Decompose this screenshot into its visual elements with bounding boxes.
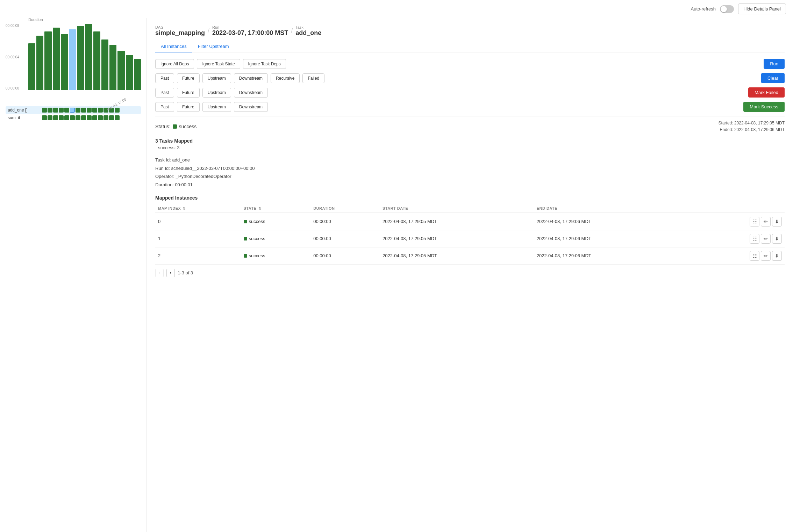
mark-failed-button[interactable]: Mark Failed [748,87,785,98]
status-right: Started: 2022-04-08, 17:29:05 MDT Ended:… [719,120,785,133]
cell-duration-2: 00:00:00 [310,247,380,264]
chart-area: 00:00:09 00:00:04 00:00:00 Mar 03, 17:00… [6,24,141,101]
future-button-1[interactable]: Future [177,73,200,83]
duration-value: 00:00:01 [175,182,193,187]
ignore-task-state-button[interactable]: Ignore Task State [197,59,240,69]
task-instance-dot-0-6[interactable] [76,108,80,113]
task-instance-dot-1-13[interactable] [115,115,120,120]
task-instance-dot-0-10[interactable] [98,108,103,113]
chart-bar-9[interactable] [101,39,108,90]
table-row-2: 2success00:00:002022-04-08, 17:29:05 MDT… [155,247,785,264]
chart-bar-1[interactable] [36,36,43,90]
ignore-all-deps-button[interactable]: Ignore All Deps [155,59,194,69]
task-instance-dot-0-5[interactable] [70,108,75,113]
downstream-button-1[interactable]: Downstream [234,73,268,83]
future-button-3[interactable]: Future [177,102,200,112]
col-header-state[interactable]: STATE ⇅ [241,204,311,213]
cell-map-index-0: 0 [155,213,241,230]
col-header-map-index[interactable]: MAP INDEX ⇅ [155,204,241,213]
task-instance-dot-1-0[interactable] [42,115,47,120]
failed-button[interactable]: Failed [302,73,324,83]
run-label: Run [212,25,288,29]
chart-bar-10[interactable] [109,45,116,90]
pagination-next-button[interactable]: › [166,269,175,277]
clear-button[interactable]: Clear [761,73,785,83]
task-instance-dot-0-13[interactable] [115,108,120,113]
tab-filter-upstream[interactable]: Filter Upstream [192,41,235,52]
tab-all-instances[interactable]: All Instances [155,41,192,52]
upstream-button-1[interactable]: Upstream [202,73,231,83]
chart-bar-7[interactable] [85,24,92,90]
task-instance-dot-1-11[interactable] [103,115,108,120]
future-button-2[interactable]: Future [177,88,200,98]
action-row-2: Past Future Upstream Downstream Recursiv… [155,73,785,83]
tasks-mapped-title: 3 Tasks Mapped [155,138,785,144]
pagination-row: ‹ › 1-3 of 3 [155,265,785,281]
hide-details-button[interactable]: Hide Details Panel [738,3,786,14]
task-instance-dot-0-8[interactable] [87,108,92,113]
recursive-button[interactable]: Recursive [271,73,300,83]
task-instance-dot-1-6[interactable] [76,115,80,120]
row-action-download-0[interactable]: ⬇ [772,217,782,227]
task-instance-dot-0-1[interactable] [48,108,52,113]
downstream-button-2[interactable]: Downstream [234,88,268,98]
task-instance-dot-1-9[interactable] [92,115,97,120]
run-value: 2022-03-07, 17:00:00 MST [212,29,288,36]
upstream-button-2[interactable]: Upstream [202,88,231,98]
task-instance-dot-0-7[interactable] [81,108,86,113]
task-instance-dot-1-12[interactable] [109,115,114,120]
past-button-2[interactable]: Past [155,88,174,98]
cell-duration-1: 00:00:00 [310,230,380,247]
row-action-edit-0[interactable]: ✏ [761,217,771,227]
chart-bar-4[interactable] [61,34,68,90]
pagination-prev-button[interactable]: ‹ [155,269,164,277]
task-row-1[interactable]: sum_it [6,114,141,122]
col-header-duration: DURATION [310,204,380,213]
task-instance-dot-1-3[interactable] [59,115,64,120]
instances-table-head: MAP INDEX ⇅ STATE ⇅ DURATION START DATE … [155,204,785,213]
row-action-edit-2[interactable]: ✏ [761,251,771,261]
past-button-1[interactable]: Past [155,73,174,83]
ignore-task-deps-button[interactable]: Ignore Task Deps [243,59,286,69]
chart-bar-3[interactable] [53,28,60,90]
task-instance-dot-1-1[interactable] [48,115,52,120]
task-instance-dot-1-5[interactable] [70,115,75,120]
task-instance-dot-1-10[interactable] [98,115,103,120]
row-action-details-1[interactable]: ☷ [750,234,759,244]
cell-duration-0: 00:00:00 [310,213,380,230]
task-instance-dot-1-8[interactable] [87,115,92,120]
task-instance-dot-1-2[interactable] [53,115,58,120]
task-instance-dot-0-3[interactable] [59,108,64,113]
task-instance-dot-0-4[interactable] [64,108,69,113]
chart-bar-0[interactable] [28,43,35,90]
row-action-edit-1[interactable]: ✏ [761,234,771,244]
past-button-3[interactable]: Past [155,102,174,112]
cell-state-2: success [241,247,311,264]
task-instance-dot-0-2[interactable] [53,108,58,113]
row-action-download-2[interactable]: ⬇ [772,251,782,261]
chart-bar-5[interactable] [69,29,76,90]
cell-map-index-1: 1 [155,230,241,247]
task-instance-dot-1-7[interactable] [81,115,86,120]
col-header-start-date: START DATE [380,204,534,213]
chart-bar-8[interactable] [93,31,100,90]
row-action-download-1[interactable]: ⬇ [772,234,782,244]
run-button[interactable]: Run [764,59,785,69]
task-instance-dot-0-9[interactable] [92,108,97,113]
task-instance-dot-1-4[interactable] [64,115,69,120]
chart-bar-6[interactable] [77,26,84,90]
chart-bar-11[interactable] [117,51,124,90]
upstream-button-3[interactable]: Upstream [202,102,231,112]
chart-bar-13[interactable] [134,59,141,90]
downstream-button-3[interactable]: Downstream [234,102,268,112]
state-dot-1 [244,237,247,240]
row-action-details-2[interactable]: ☷ [750,251,759,261]
chart-bar-12[interactable] [126,55,133,90]
chart-bar-2[interactable] [44,31,51,90]
task-instance-dot-0-0[interactable] [42,108,47,113]
chart-bars[interactable] [28,24,141,90]
task-row-0[interactable]: add_one [] [6,106,141,114]
row-action-details-0[interactable]: ☷ [750,217,759,227]
auto-refresh-toggle[interactable] [720,5,734,13]
mark-success-button[interactable]: Mark Success [743,102,785,112]
